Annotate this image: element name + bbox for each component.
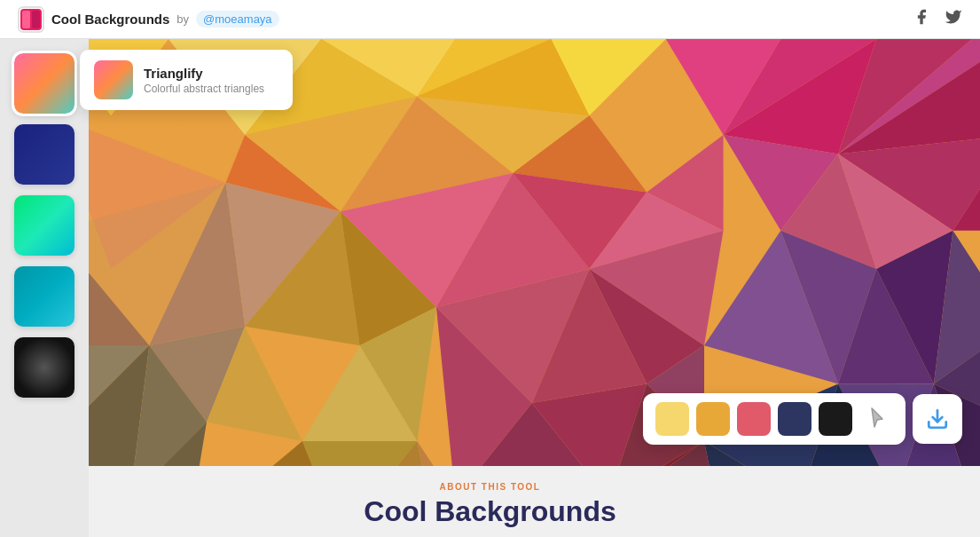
about-label: ABOUT THIS TOOL [440,482,541,492]
swatch-yellow-2[interactable] [655,402,689,436]
facebook-icon[interactable] [913,8,930,30]
sidebar-item-gradient[interactable] [14,195,74,256]
eyedropper-icon[interactable] [859,402,893,436]
sidebar-item-blue-waves[interactable] [14,266,74,327]
by-text: by [176,12,189,26]
svg-rect-2 [32,11,40,28]
swatch-orange-2[interactable] [696,402,730,436]
site-logo [18,6,44,33]
tooltip-description: Colorful abstract triangles [144,83,264,95]
username-link[interactable]: @moeamaya [196,11,279,28]
header-left: Cool Backgrounds by @moeamaya [18,6,279,33]
canvas-area [89,39,980,537]
swatch-black-2[interactable] [819,402,852,436]
header: Cool Backgrounds by @moeamaya [0,0,980,39]
tooltip-text: Trianglify Colorful abstract triangles [144,66,264,95]
background-canvas [89,39,980,537]
main-content: Trianglify Colorful abstract triangles [0,39,980,537]
swatch-pink-2[interactable] [737,402,771,436]
tooltip-icon [94,60,133,99]
tooltip-title: Trianglify [144,66,264,81]
header-social-icons [913,8,962,30]
bottom-section: ABOUT THIS TOOL Cool Backgrounds [0,466,980,537]
sidebar-item-trianglify[interactable] [14,53,74,114]
site-title: Cool Backgrounds [364,495,615,528]
color-picker-panel [643,393,906,445]
svg-rect-1 [22,11,30,28]
color-controls-wrapper [643,393,962,445]
site-name: Cool Backgrounds [51,12,169,27]
swatch-navy-2[interactable] [778,402,811,436]
sidebar: Trianglify Colorful abstract triangles [0,39,89,537]
sidebar-item-texture[interactable] [14,337,74,398]
sidebar-item-dark[interactable] [14,124,74,185]
download-button-main[interactable] [913,394,962,444]
tooltip: Trianglify Colorful abstract triangles [80,50,293,110]
twitter-icon[interactable] [945,8,962,30]
